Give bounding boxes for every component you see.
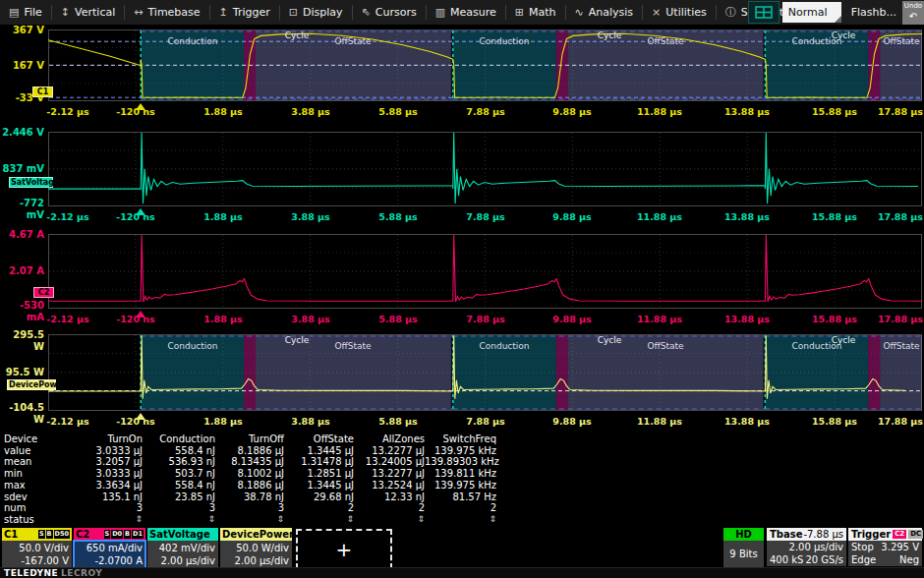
trigger-mode: Stop	[851, 542, 874, 552]
brand-bar: TELEDYNE LECROY	[0, 567, 924, 578]
trigger-position-marker[interactable]	[136, 103, 145, 110]
table-cell: 3.2057 µJ	[59, 456, 143, 468]
table-cell: 23.85 nJ	[143, 491, 215, 503]
display-icon: ⊡	[289, 7, 298, 18]
menu-item-cursors[interactable]: ⇖Cursors	[353, 0, 426, 25]
table-row-label: min	[2, 468, 59, 480]
menu-item-label: Display	[303, 6, 343, 19]
table-cell: 3.0333 µJ	[59, 445, 143, 457]
descriptor-offset: 2.00 µs/div	[150, 554, 215, 567]
time-axis-label: 9.88 µs	[538, 211, 606, 222]
descriptor-box-satvoltage[interactable]: SatVoltage402 mV/div2.00 µs/div	[147, 528, 218, 567]
descriptor-badges: SD0BD1	[104, 530, 144, 539]
channel-badge-C1[interactable]: C1	[32, 87, 53, 97]
table-row-label: max	[2, 480, 59, 491]
brand-lecroy: LECROY	[61, 568, 102, 578]
table-cell: 139.975 kHz	[425, 445, 496, 457]
trigger-icon: ↥	[219, 7, 228, 18]
undo-button[interactable]: Undo ↶	[902, 1, 924, 25]
menu-item-vertical[interactable]: ↕Vertical	[52, 0, 124, 25]
menu-item-trigger[interactable]: ↥Trigger	[210, 0, 279, 25]
time-axis-label: 1.88 µs	[189, 106, 258, 117]
descriptor-scale: 50.0 W/div	[223, 542, 289, 554]
channel-badge-DevicePower[interactable]: DevicePower	[7, 379, 56, 390]
menu-item-analysis[interactable]: ∿Analysis	[566, 0, 643, 25]
timebase-box[interactable]: Tbase -7.88 µs 2.00 µs/div 400 kS 20 GS/…	[767, 528, 846, 567]
table-cell: 1.2851 µJ	[284, 468, 354, 480]
time-axis-label: 15.88 µs	[800, 106, 869, 117]
descriptor-offset: -167.00 V	[5, 554, 69, 567]
menu-item-timebase[interactable]: ↔Timebase	[125, 0, 208, 25]
table-cell: 3	[59, 502, 143, 514]
menu-item-math[interactable]: ⊞Math	[506, 0, 565, 25]
menu-item-label: Analysis	[589, 6, 633, 19]
time-axis-label: 5.88 µs	[364, 211, 433, 222]
descriptor-badge: S	[38, 530, 45, 539]
flashback-button[interactable]: Flashb...	[841, 6, 902, 19]
time-axis-label: 15.88 µs	[800, 211, 869, 222]
channel-badge-C2[interactable]: C2	[33, 287, 54, 298]
status-icon: ⇕	[425, 514, 496, 526]
time-axis-label: 7.88 µs	[451, 106, 520, 117]
menu-item-display[interactable]: ⊡Display	[280, 0, 352, 25]
dropdown-fold-icon	[835, 16, 841, 23]
table-cell: 8.1002 µJ	[215, 468, 284, 480]
table-cell: 558.4 nJ	[143, 480, 215, 491]
table-cell: 135.1 nJ	[59, 491, 143, 503]
hd-label: HD	[723, 528, 764, 541]
file-icon: ▤	[9, 7, 19, 18]
trigger-position-marker[interactable]	[136, 311, 145, 318]
time-axis-label: -2.12 µs	[33, 314, 102, 324]
table-row-label: mean	[2, 456, 59, 468]
hd-mode-box[interactable]: HD 9 Bits	[723, 528, 764, 567]
descriptor-box-c1[interactable]: C1SBD5050.0 V/div-167.00 V	[2, 528, 72, 567]
table-cell: 38.78 nJ	[215, 491, 284, 503]
menu-item-utilities[interactable]: ×Utilities	[643, 0, 716, 25]
table-header-turnon: TurnOn	[59, 434, 143, 445]
descriptor-box-c2[interactable]: C2SD0BD1650 mA/div-2.0700 A	[74, 528, 145, 567]
grid-mode-dropdown[interactable]: Normal	[782, 2, 841, 23]
time-axis-label: 5.88 µs	[364, 106, 433, 117]
tbase-delay: -7.88 µs	[803, 529, 843, 540]
menu-item-label: Utilities	[665, 6, 706, 19]
time-axis-label: 9.88 µs	[538, 416, 606, 427]
menu-item-measure[interactable]: ▥Measure	[427, 0, 505, 25]
descriptor-badge: D0	[111, 530, 123, 539]
time-axis-label: 17.88 µs	[866, 211, 924, 222]
trigger-level: 3.295 V	[881, 542, 919, 552]
table-cell: 13.2524 µJ	[354, 480, 425, 491]
time-axis-label: 17.88 µs	[866, 416, 924, 427]
time-axis-label: 7.88 µs	[451, 314, 520, 324]
table-cell: 12.33 nJ	[354, 491, 425, 503]
trigger-position-marker[interactable]	[136, 413, 145, 420]
table-cell: 8.1886 µJ	[215, 480, 284, 491]
descriptor-body: 50.0 V/div-167.00 V	[2, 541, 72, 568]
channel-badge-SatVoltage[interactable]: SatVoltage	[9, 177, 53, 188]
time-axis-label: 11.88 µs	[625, 314, 694, 324]
time-axis-label: -2.12 µs	[33, 416, 102, 427]
analysis-icon: ∿	[575, 7, 584, 18]
descriptor-badges: SBD50	[38, 530, 70, 539]
menu-bar: ▤File↕Vertical↔Timebase↥Trigger⊡Display⇖…	[0, 0, 924, 26]
grid-icon	[755, 6, 773, 19]
measurement-table: DeviceTurnOnConductionTurnOffOffStateAll…	[2, 434, 498, 526]
time-axis-label: 1.88 µs	[189, 314, 258, 324]
time-axis-label: 5.88 µs	[364, 314, 433, 324]
table-cell: 81.57 Hz	[425, 491, 496, 503]
descriptor-offset: 2.00 µs/div	[223, 554, 289, 567]
trigger-position-marker[interactable]	[136, 208, 145, 215]
table-cell: 3	[143, 502, 215, 514]
trigger-box[interactable]: Trigger C2 DC Stop 3.295 V Edge Neg	[848, 528, 922, 567]
add-trace-button[interactable]: +	[296, 529, 392, 569]
display-grid-button[interactable]	[748, 1, 780, 24]
trigger-slope: Neg	[899, 554, 919, 565]
y-axis-label: 2.07 A	[0, 265, 44, 277]
y-axis-label: 95.5 W	[0, 367, 44, 378]
menu-item-file[interactable]: ▤File	[0, 0, 51, 25]
descriptor-header: C1SBD50	[2, 528, 72, 541]
table-header-device: Device	[2, 434, 59, 445]
time-axis-label: 3.88 µs	[276, 416, 345, 427]
table-cell: 139.975 kHz	[425, 480, 496, 491]
descriptor-box-devicepower[interactable]: DevicePower50.0 W/div2.00 µs/div	[220, 528, 292, 567]
time-axis-label: 7.88 µs	[451, 416, 520, 427]
